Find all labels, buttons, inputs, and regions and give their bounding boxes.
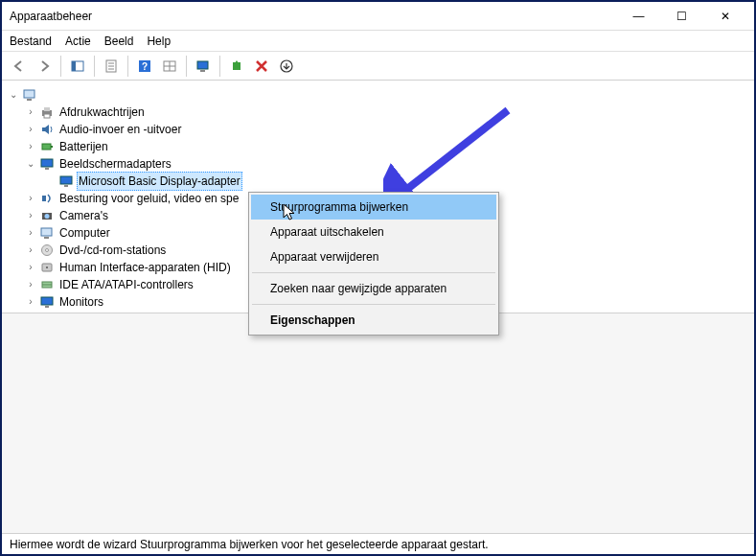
expand-icon[interactable]: › [25, 259, 36, 276]
help-button[interactable]: ? [133, 55, 156, 78]
window-title: Apparaatbeheer [10, 10, 617, 23]
tree-item-label: Muizen en andere aanwijsapparaten [57, 311, 246, 313]
context-menu-item[interactable]: Apparaat uitschakelen [251, 220, 496, 244]
expand-icon[interactable]: › [25, 138, 36, 155]
disable-device-button[interactable] [275, 55, 298, 78]
tree-item[interactable]: ›Audio-invoer en -uitvoer [6, 121, 750, 138]
monitor-scan-icon [196, 59, 210, 73]
uninstall-device-button[interactable] [250, 55, 273, 78]
context-menu-separator [252, 272, 495, 273]
show-hide-tree-button[interactable] [66, 55, 89, 78]
forward-button[interactable] [33, 55, 56, 78]
expand-icon[interactable]: › [25, 293, 36, 311]
arrow-left-icon [12, 59, 26, 73]
properties-icon [104, 59, 118, 73]
svg-rect-11 [197, 61, 208, 69]
display-icon [58, 174, 74, 189]
expand-icon[interactable]: › [25, 311, 36, 313]
minimize-button[interactable]: — [617, 3, 660, 30]
tree-item-label: Beeldschermadapters [57, 155, 173, 173]
svg-rect-16 [27, 99, 32, 101]
collapse-icon[interactable]: ⌄ [8, 86, 19, 104]
context-menu-item[interactable]: Zoeken naar gewijzigde apparaten [251, 276, 496, 301]
titlebar: Apparaatbeheer — ☐ ✕ [2, 2, 754, 31]
audio-icon [39, 122, 55, 137]
disc-icon [39, 243, 55, 258]
expand-icon[interactable]: › [25, 242, 36, 259]
tree-item-label: Afdrukwachtrijen [57, 104, 147, 121]
camera-icon [39, 208, 55, 223]
hid-icon [39, 260, 55, 275]
status-text: Hiermee wordt de wizard Stuurprogramma b… [10, 538, 489, 551]
action-button[interactable] [158, 55, 181, 78]
expand-icon[interactable]: › [25, 207, 36, 224]
svg-text:?: ? [142, 61, 148, 72]
context-menu: Stuurprogramma bijwerkenApparaat uitscha… [248, 192, 499, 336]
toolbar-separator [186, 56, 187, 77]
tree-item-label: Batterijen [57, 138, 110, 155]
scan-hardware-button[interactable] [192, 55, 215, 78]
mouse-icon [39, 312, 55, 313]
expand-icon[interactable]: › [25, 121, 36, 138]
tree-item-label: Dvd-/cd-rom-stations [57, 242, 168, 259]
svg-point-28 [45, 214, 50, 219]
chip-update-icon [230, 59, 243, 73]
tree-item[interactable]: ›Batterijen [6, 138, 750, 155]
close-button[interactable]: ✕ [703, 3, 746, 30]
svg-rect-24 [60, 176, 72, 184]
expand-icon[interactable]: › [25, 104, 36, 121]
toolbar-separator [219, 56, 220, 77]
tree-item-label: Audio-invoer en -uitvoer [57, 121, 183, 138]
back-button[interactable] [8, 55, 31, 78]
expand-icon[interactable]: ⌄ [25, 155, 36, 173]
tree-item-label: Camera's [57, 207, 110, 224]
help-icon: ? [138, 59, 151, 73]
statusbar: Hiermee wordt de wizard Stuurprogramma b… [2, 533, 754, 554]
expand-icon[interactable]: › [25, 276, 36, 293]
maximize-button[interactable]: ☐ [660, 3, 703, 30]
menu-view[interactable]: Beeld [104, 35, 134, 48]
menu-file[interactable]: Bestand [10, 35, 52, 48]
tree-item[interactable]: ›Afdrukwachtrijen [6, 104, 750, 121]
tree-root[interactable]: ⌄ [6, 86, 750, 104]
monitor-icon [39, 294, 55, 310]
x-red-icon [255, 59, 268, 73]
display-icon [39, 156, 55, 172]
svg-rect-1 [72, 61, 76, 71]
svg-rect-13 [233, 62, 241, 70]
tree-item[interactable]: Microsoft Basic Display-adapter [6, 173, 750, 190]
grid-icon [163, 59, 176, 73]
panel-icon [71, 59, 84, 73]
svg-point-32 [46, 249, 49, 252]
svg-rect-26 [42, 196, 46, 201]
status-spacer [2, 313, 754, 534]
sound-icon [39, 191, 55, 206]
printer-icon [39, 104, 55, 120]
svg-rect-29 [41, 228, 52, 236]
tree-item[interactable]: ⌄Beeldschermadapters [6, 155, 750, 173]
context-menu-item[interactable]: Stuurprogramma bijwerken [251, 195, 496, 220]
menu-help[interactable]: Help [147, 35, 171, 48]
toolbar-separator [94, 56, 95, 77]
svg-rect-30 [44, 237, 49, 239]
tree-item-label: Microsoft Basic Display-adapter [77, 172, 242, 191]
menu-action[interactable]: Actie [65, 35, 91, 48]
svg-rect-19 [44, 114, 50, 118]
svg-rect-18 [44, 107, 50, 111]
svg-rect-37 [41, 297, 53, 305]
expand-icon[interactable]: › [25, 190, 36, 207]
toolbar: ? [2, 52, 754, 81]
toolbar-separator [60, 56, 61, 77]
context-menu-separator [252, 304, 495, 305]
context-menu-item[interactable]: Eigenschappen [251, 308, 496, 333]
svg-rect-12 [200, 70, 205, 72]
svg-rect-21 [51, 146, 53, 148]
tree-item-label: Besturing voor geluid, video en spe [57, 190, 241, 207]
context-menu-item[interactable]: Apparaat verwijderen [251, 244, 496, 269]
update-driver-button[interactable] [225, 55, 248, 78]
tree-item-label: Human Interface-apparaten (HID) [57, 259, 233, 276]
properties-button[interactable] [100, 55, 123, 78]
expand-icon[interactable]: › [25, 224, 36, 242]
svg-rect-25 [64, 185, 68, 187]
svg-rect-22 [41, 159, 53, 167]
